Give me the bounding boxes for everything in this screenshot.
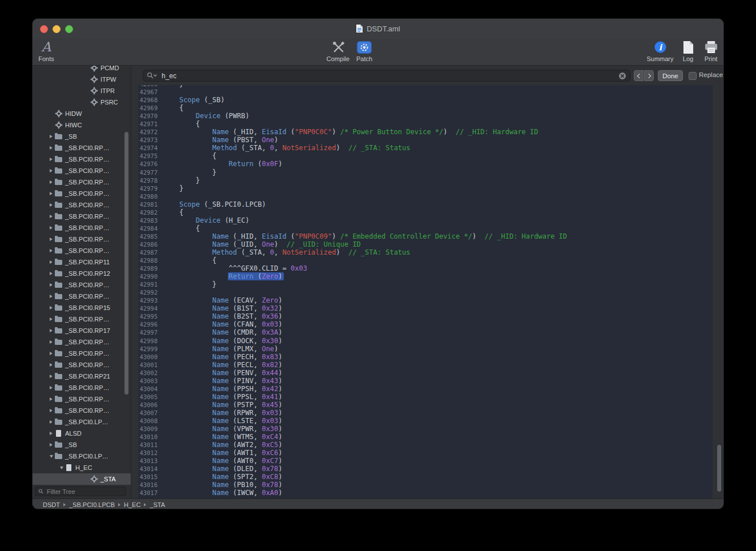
replace-checkbox[interactable] [689,72,697,80]
code-line[interactable]: 42984 { [138,224,713,232]
breadcrumb-item[interactable]: _STA [150,501,165,508]
patch-button[interactable]: Patch [351,39,378,65]
tree-item--sb-pci0-rp-[interactable]: _SB.PCI0.RP… [33,393,131,405]
code-line[interactable]: 42982 { [138,208,713,216]
code-line[interactable]: 43005 Name (PPSL, 0x41) [138,393,713,401]
disclosure-triangle[interactable] [47,272,55,275]
code-line[interactable]: 42987 Method (_STA, 0, NotSerialized) //… [138,248,713,256]
tree-item-alsd[interactable]: ALSD [33,428,131,439]
tree-item-hiwc[interactable]: HIWC [33,119,131,131]
done-button[interactable]: Done [658,70,683,81]
code-line[interactable]: 43017 Name (IWCW, 0xA0) [138,489,713,497]
breadcrumb-item[interactable]: H_EC [124,501,140,508]
find-previous-button[interactable] [634,70,644,81]
disclosure-triangle[interactable] [47,329,55,332]
log-button[interactable]: Log [675,39,701,65]
code-line[interactable]: 43015 Name (SPT2, 0xC8) [138,473,713,481]
disclosure-triangle[interactable] [47,340,55,344]
filter-tree-field[interactable] [35,486,126,496]
disclosure-triangle[interactable] [47,169,55,172]
code-line[interactable]: 42983 Device (H_EC) [138,216,713,224]
code-line[interactable]: 42995 Name (B2ST, 0x36) [138,312,713,320]
code-line[interactable]: 42974 Method (_STA, 0, NotSerialized) //… [138,144,713,152]
code-line[interactable]: 42986 Name (_UID, One) // _UID: Unique I… [138,240,713,248]
breadcrumb-item[interactable]: _SB.PCI0.LPCB [69,501,115,508]
code-line[interactable]: 43004 Name (PPSH, 0x42) [138,385,713,393]
code-line[interactable]: 42993 Name (ECAV, Zero) [138,296,713,304]
disclosure-triangle[interactable] [47,397,55,401]
tree-item--sb[interactable]: _SB [33,131,131,142]
tree-item-pcmd[interactable]: PCMD [33,66,131,74]
disclosure-triangle[interactable] [47,306,55,309]
tree-item--sb-pci0-rp-[interactable]: _SB.PCI0.RP… [33,348,131,359]
tree-item--sb-pci0-rp-[interactable]: _SB.PCI0.RP… [33,211,131,222]
minimize-button[interactable] [53,25,61,33]
code-line[interactable]: 43010 Name (WTMS, 0xC4) [138,433,713,441]
zoom-button[interactable] [65,25,73,33]
code-line[interactable]: 42985 Name (_HID, EisaId ("PNP0C09") /* … [138,232,713,240]
close-button[interactable] [40,25,48,33]
find-next-button[interactable] [644,70,654,81]
disclosure-triangle[interactable] [47,295,55,298]
summary-button[interactable]: i Summary [644,39,676,65]
disclosure-triangle[interactable] [47,443,55,447]
tree-item--sb-pci0-rp-[interactable]: _SB.PCI0.RP… [33,142,131,154]
tree-item--sb-pci0-rp-[interactable]: _SB.PCI0.RP… [33,405,131,416]
tree-item--sb-pci0-rp21[interactable]: _SB.PCI0.RP21 [33,371,131,382]
tree-item-psrc[interactable]: PSRC [33,96,131,108]
disclosure-triangle[interactable] [47,260,55,264]
tree-item--sb-pci0-lp-[interactable]: _SB.PCI0.LP… [33,451,131,462]
disclosure-triangle[interactable] [47,180,55,184]
code-line[interactable]: 42978 } [138,176,713,184]
tree-item--sb-pci0-rp-[interactable]: _SB.PCI0.RP… [33,199,131,211]
disclosure-triangle[interactable] [47,420,55,424]
code-line[interactable]: 42999 Name (PLMX, One) [138,345,713,353]
print-button[interactable]: Print [698,39,723,65]
code-line[interactable]: 43007 Name (RPWR, 0x03) [138,409,713,417]
code-line[interactable]: 42990 Return (Zero) [138,272,713,280]
disclosure-triangle[interactable] [47,363,55,367]
code-line[interactable]: 42998 Name (DOCK, 0x30) [138,337,713,345]
tree-item--sb-pci0-rp15[interactable]: _SB.PCI0.RP15 [33,302,131,313]
disclosure-triangle[interactable] [47,158,55,161]
tree-item--sb[interactable]: _SB [33,439,131,451]
code-line[interactable]: 42973 Name (PBST, One) [138,136,713,144]
disclosure-triangle[interactable] [47,352,55,355]
code-line[interactable]: 42994 Name (B1ST, 0x32) [138,304,713,312]
sidebar-tree[interactable]: PCMDITPWITPRPSRCHIDWHIWC_SB_SB.PCI0.RP…_… [33,66,131,485]
code-line[interactable]: 43000 Name (PECH, 0x83) [138,353,713,361]
tree-item--sb-pci0-rp-[interactable]: _SB.PCI0.RP… [33,222,131,234]
code-line[interactable]: 42967 [138,88,713,96]
tree-item--sb-pci0-rp-[interactable]: _SB.PCI0.RP… [33,176,131,188]
tree-item--sb-pci0-rp-[interactable]: _SB.PCI0.RP… [33,359,131,371]
disclosure-triangle[interactable] [47,192,55,195]
disclosure-triangle[interactable] [47,203,55,207]
code-line[interactable]: 42971 { [138,120,713,128]
code-line[interactable]: 42992 [138,288,713,296]
code-line[interactable]: 42991 } [138,280,713,288]
code-line[interactable]: 43003 Name (PINV, 0x43) [138,377,713,385]
tree-item--sb-pci0-lp-[interactable]: _SB.PCI0.LP… [33,416,131,428]
window-titlebar[interactable]: DSDT.aml [33,19,723,38]
disclosure-triangle[interactable] [47,135,55,138]
tree-item--sb-pci0-rp-[interactable]: _SB.PCI0.RP… [33,313,131,325]
code-line[interactable]: 43013 Name (AWT0, 0xC7) [138,457,713,465]
disclosure-triangle[interactable] [47,215,55,218]
disclosure-triangle[interactable] [47,432,55,435]
breadcrumb-item[interactable]: DSDT [43,501,60,508]
code-line[interactable]: 42975 { [138,152,713,160]
code-line[interactable]: 43014 Name (DLED, 0x78) [138,465,713,473]
sidebar-scrollbar[interactable] [124,132,128,395]
code-line[interactable]: 42976 Return (0x0F) [138,160,713,168]
code-line[interactable]: 42970 Device (PWRB) [138,112,713,120]
disclosure-triangle[interactable] [47,249,55,252]
disclosure-triangle[interactable] [47,226,55,230]
code-line[interactable]: 43012 Name (AWT1, 0xC6) [138,449,713,457]
editor-scrollbar[interactable] [717,445,721,492]
disclosure-triangle[interactable] [47,238,55,241]
code-line[interactable]: 43006 Name (PSTP, 0x45) [138,401,713,409]
code-line[interactable]: 43001 Name (PECL, 0x82) [138,361,713,369]
tree-item--sb-pci0-rp-[interactable]: _SB.PCI0.RP… [33,336,131,348]
tree-item--sta[interactable]: _STA [33,473,131,485]
code-line[interactable]: 42996 Name (CFAN, 0x03) [138,320,713,328]
